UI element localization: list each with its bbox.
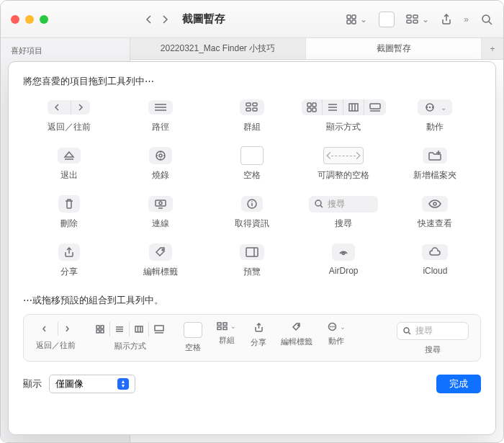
- select-arrows-icon: ▲▼: [117, 378, 129, 390]
- toolbar-more-button[interactable]: »: [464, 14, 469, 24]
- svg-rect-35: [101, 326, 104, 328]
- titlebar: 截圖暫存 ⌄ ⌄ »: [1, 1, 503, 38]
- default-space: 空格: [184, 322, 202, 353]
- svg-point-24: [159, 154, 162, 157]
- item-edit-tags[interactable]: 編輯標籤: [114, 243, 206, 278]
- item-get-info[interactable]: 取得資訊: [206, 194, 297, 230]
- default-group: ⌄ 群組: [217, 322, 236, 346]
- toolbar-share-button[interactable]: [441, 13, 452, 26]
- svg-point-30: [433, 202, 436, 205]
- tab-bar: 20220321_Mac Finder 小技巧 截圖暫存 +: [130, 38, 503, 60]
- svg-rect-15: [307, 108, 311, 112]
- item-back-forward[interactable]: 返回／往前: [23, 98, 114, 133]
- svg-rect-1: [352, 15, 356, 19]
- item-share[interactable]: 分享: [23, 243, 114, 278]
- svg-rect-6: [413, 15, 418, 18]
- svg-rect-0: [347, 15, 351, 19]
- sheet-footer: 顯示 僅圖像 ▲▼ 完成: [23, 375, 481, 393]
- sidebar-section-header: 喜好項目: [11, 45, 120, 56]
- item-burn[interactable]: 燒錄: [114, 146, 206, 182]
- svg-rect-11: [253, 103, 257, 106]
- toolbar-search-button[interactable]: [480, 13, 493, 26]
- svg-point-8: [482, 15, 490, 22]
- toolbar-items-palette: 返回／往前 路徑 群組 顯示方式 ⌄: [23, 98, 481, 278]
- view-list-icon: [322, 99, 343, 115]
- close-window-button[interactable]: [11, 15, 19, 24]
- item-eject[interactable]: 退出: [23, 146, 114, 182]
- item-view[interactable]: 顯示方式: [298, 98, 390, 133]
- svg-rect-13: [307, 103, 311, 107]
- svg-point-29: [315, 200, 321, 206]
- new-tab-button[interactable]: +: [482, 38, 503, 59]
- svg-point-46: [330, 326, 331, 328]
- show-mode-select[interactable]: 僅圖像 ▲▼: [49, 375, 135, 393]
- svg-rect-36: [96, 330, 99, 333]
- minimize-window-button[interactable]: [25, 15, 34, 24]
- done-button[interactable]: 完成: [436, 375, 481, 393]
- sheet-subheading: ⋯或拖移預設的組合到工具列中。: [23, 294, 481, 307]
- item-space[interactable]: 空格: [206, 146, 297, 182]
- view-column-icon: [343, 99, 364, 115]
- svg-point-21: [426, 107, 428, 108]
- svg-rect-32: [246, 248, 258, 256]
- show-label: 顯示: [23, 377, 42, 390]
- tab-1[interactable]: 截圖暫存: [306, 38, 482, 59]
- svg-rect-4: [407, 15, 411, 18]
- svg-rect-38: [135, 326, 143, 332]
- item-quick-look[interactable]: 快速查看: [390, 194, 481, 230]
- svg-rect-14: [312, 103, 316, 107]
- toolbar-view-switch[interactable]: ⌄: [346, 14, 367, 25]
- item-group[interactable]: 群組: [206, 98, 297, 133]
- default-back-forward: 返回／往前: [35, 322, 76, 351]
- svg-point-26: [159, 202, 162, 205]
- tab-0[interactable]: 20220321_Mac Finder 小技巧: [130, 38, 306, 59]
- item-flexible-space[interactable]: 可調整的空格: [298, 146, 390, 182]
- customize-toolbar-sheet: 將您喜愛的項目拖到工具列中⋯ 返回／往前 路徑 群組: [8, 61, 496, 435]
- default-view: 顯示方式: [91, 322, 169, 352]
- svg-point-47: [332, 326, 333, 328]
- svg-rect-10: [246, 108, 251, 111]
- svg-rect-40: [217, 323, 221, 326]
- default-edit-tags: 編輯標籤: [281, 322, 312, 347]
- svg-rect-43: [223, 327, 227, 330]
- svg-rect-5: [407, 20, 411, 23]
- back-button[interactable]: [145, 14, 153, 25]
- toolbar-group-menu[interactable]: ⌄: [406, 14, 429, 24]
- svg-point-48: [333, 326, 335, 328]
- view-gallery-icon: [364, 99, 386, 115]
- item-connect[interactable]: 連線: [114, 194, 206, 230]
- svg-rect-42: [223, 323, 227, 326]
- window-title: 截圖暫存: [182, 12, 225, 26]
- svg-rect-16: [312, 108, 316, 112]
- svg-rect-41: [217, 327, 221, 330]
- default-share: 分享: [251, 322, 266, 348]
- item-airdrop[interactable]: AirDrop: [298, 243, 390, 278]
- svg-rect-9: [246, 103, 251, 106]
- view-icon-grid-icon: [302, 99, 322, 115]
- toolbar-spacer: [379, 12, 395, 27]
- svg-point-28: [251, 201, 253, 202]
- svg-rect-12: [253, 108, 257, 111]
- default-action: ⌄ 動作: [327, 322, 346, 346]
- default-toolbar-set[interactable]: 返回／往前 顯示方式 空格 ⌄ 群組 分: [23, 314, 481, 362]
- forward-button[interactable]: [161, 14, 169, 25]
- svg-point-20: [429, 107, 431, 108]
- svg-rect-2: [347, 20, 351, 24]
- item-action[interactable]: ⌄ 動作: [390, 98, 481, 133]
- svg-rect-25: [156, 200, 166, 206]
- zoom-window-button[interactable]: [40, 15, 48, 24]
- svg-rect-18: [370, 104, 380, 109]
- svg-rect-34: [96, 326, 99, 328]
- svg-point-31: [162, 249, 163, 251]
- default-search: 搜尋 搜尋: [397, 322, 469, 355]
- svg-point-33: [343, 253, 345, 255]
- item-path[interactable]: 路徑: [114, 98, 206, 133]
- svg-point-44: [298, 325, 300, 326]
- svg-rect-3: [352, 20, 356, 24]
- item-delete[interactable]: 刪除: [23, 194, 114, 230]
- item-icloud[interactable]: iCloud: [390, 243, 481, 278]
- item-search[interactable]: 搜尋 搜尋: [298, 194, 390, 230]
- item-new-folder[interactable]: 新增檔案夾: [390, 146, 481, 182]
- item-preview[interactable]: 預覽: [206, 243, 297, 278]
- svg-rect-7: [413, 20, 418, 23]
